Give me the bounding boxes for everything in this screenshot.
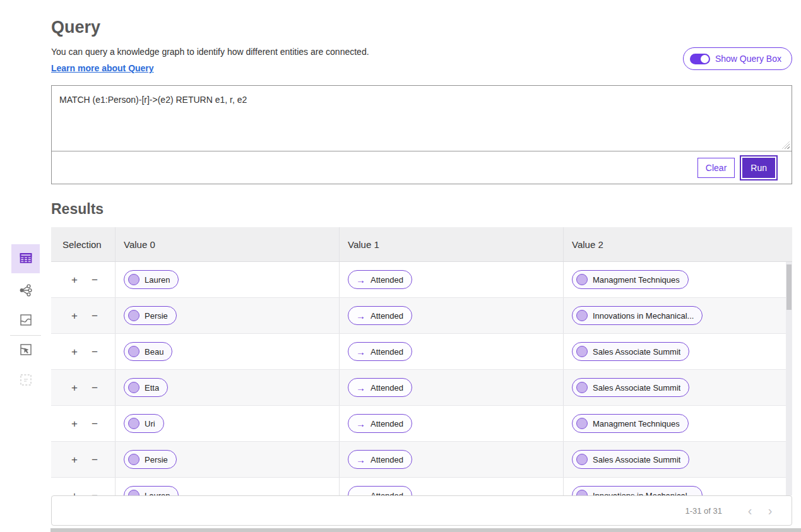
selection-tool-icon [18,372,33,389]
table-row: + − Beau →Attended Sales Associate Summi… [51,334,792,370]
entity-dot-icon [576,418,588,429]
pagination-bar: 1-31 of 31 ‹ › [51,495,792,526]
entity-dot-icon [576,274,588,285]
relationship-pill[interactable]: →Attended [348,378,412,397]
relationship-pill[interactable]: →Attended [348,270,412,289]
column-header-selection: Selection [51,227,115,261]
arrow-right-icon: → [356,311,365,321]
relationship-pill[interactable]: →Attended [348,486,412,495]
add-to-selection-button[interactable]: + [71,490,78,496]
link-chart-view-button[interactable] [11,276,40,305]
remove-from-selection-button[interactable]: − [92,346,98,357]
relationship-pill[interactable]: →Attended [348,306,412,325]
entity-dot-icon [128,418,139,429]
show-query-box-toggle[interactable]: Show Query Box [683,47,792,70]
arrow-right-icon: → [356,491,365,496]
table-row: + − Lauren →Attended Innovations in Mech… [51,478,792,495]
entity-pill[interactable]: Uri [124,414,164,433]
learn-more-link[interactable]: Learn more about Query [51,63,154,73]
entity-pill[interactable]: Etta [124,378,168,397]
arrow-right-icon: → [356,383,365,393]
table-body: + − Lauren →Attended Managment Technique… [51,262,792,495]
table-scrollbar[interactable] [786,262,792,495]
entity-pill[interactable]: Managment Techniques [572,270,689,289]
remove-from-selection-button[interactable]: − [92,382,98,393]
entity-pill[interactable]: Innovations in Mechanical... [572,306,703,325]
link-chart-icon [18,283,33,300]
relationship-pill[interactable]: →Attended [348,414,412,433]
clear-button[interactable]: Clear [697,158,735,178]
column-header-value2: Value 2 [563,227,786,261]
add-to-selection-button[interactable]: + [71,418,78,429]
add-to-selection-button[interactable]: + [71,275,78,285]
entity-dot-icon [576,310,588,321]
map-view-button[interactable] [11,306,40,335]
entity-pill[interactable]: Lauren [124,486,179,495]
entity-dot-icon [576,490,588,495]
entity-dot-icon [128,310,139,321]
entity-pill[interactable]: Innovations in Mechanical... [572,486,703,495]
arrow-right-icon: → [356,455,365,464]
table-header-row: Selection Value 0 Value 1 Value 2 [51,227,792,262]
query-input[interactable]: MATCH (e1:Person)-[r]->(e2) RETURN e1, r… [52,86,792,151]
run-button[interactable]: Run [742,158,775,178]
add-to-selection-button[interactable]: + [71,382,78,393]
column-header-value0: Value 0 [115,227,339,261]
toggle-knob [701,55,709,63]
relationship-pill[interactable]: →Attended [348,450,412,469]
entity-pill[interactable]: Beau [124,342,172,361]
table-row: + − Persie →Attended Sales Associate Sum… [51,442,792,478]
arrow-right-icon: → [356,275,365,285]
results-table: Selection Value 0 Value 1 Value 2 + − La… [51,227,792,495]
add-to-map-button[interactable] [11,336,40,365]
table-view-button[interactable] [11,244,40,273]
toggle-label: Show Query Box [715,54,781,64]
query-footer: Clear Run [52,151,792,184]
entity-dot-icon [128,274,139,285]
view-switcher-rail [0,0,50,532]
table-row: + − Uri →Attended Managment Techniques [51,406,792,442]
toggle-switch-icon [690,54,710,64]
results-title: Results [51,201,104,218]
pagination-range: 1-31 of 31 [685,506,722,516]
entity-pill[interactable]: Managment Techniques [572,414,689,433]
table-row: + − Etta →Attended Sales Associate Summi… [51,370,792,406]
chevron-left-icon[interactable]: ‹ [740,504,760,517]
remove-from-selection-button[interactable]: − [92,310,98,321]
entity-pill[interactable]: Sales Associate Summit [572,378,689,397]
entity-pill[interactable]: Sales Associate Summit [572,342,689,361]
entity-pill[interactable]: Lauren [124,270,179,289]
entity-dot-icon [576,346,588,357]
column-header-value1: Value 1 [339,227,563,261]
query-box: MATCH (e1:Person)-[r]->(e2) RETURN e1, r… [51,85,792,184]
page-description: You can query a knowledge graph to ident… [51,47,369,57]
remove-from-selection-button[interactable]: − [92,490,98,496]
entity-pill[interactable]: Persie [124,306,177,325]
add-to-selection-button[interactable]: + [71,346,78,357]
entity-dot-icon [128,490,139,495]
arrow-right-icon: → [356,347,365,357]
add-to-selection-button[interactable]: + [71,454,78,465]
remove-from-selection-button[interactable]: − [92,454,98,465]
relationship-pill[interactable]: →Attended [348,342,412,361]
map-icon [18,312,33,329]
entity-dot-icon [128,454,139,465]
entity-dot-icon [576,454,588,465]
table-scrollbar-thumb[interactable] [786,264,792,310]
table-row: + − Persie →Attended Innovations in Mech… [51,298,792,334]
entity-pill[interactable]: Persie [124,450,177,469]
remove-from-selection-button[interactable]: − [92,418,98,429]
entity-dot-icon [128,346,139,357]
chevron-right-icon[interactable]: › [760,504,780,517]
remove-from-selection-button[interactable]: − [92,275,98,285]
add-to-map-icon [18,342,33,359]
query-textarea-wrap: MATCH (e1:Person)-[r]->(e2) RETURN e1, r… [52,86,792,151]
entity-pill[interactable]: Sales Associate Summit [572,450,689,469]
entity-dot-icon [128,382,139,393]
selection-tool-button [11,366,40,395]
add-to-selection-button[interactable]: + [71,310,78,321]
table-row: + − Lauren →Attended Managment Technique… [51,262,792,298]
arrow-right-icon: → [356,419,365,429]
table-icon [18,251,33,268]
entity-dot-icon [576,382,588,393]
